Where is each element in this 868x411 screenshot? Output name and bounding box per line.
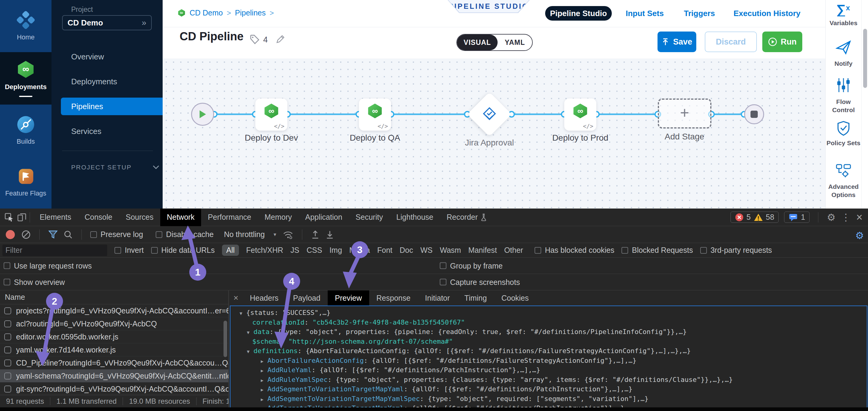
detail-tab-headers[interactable]: Headers: [243, 290, 286, 305]
device-toolbar-icon[interactable]: [17, 212, 27, 222]
rail-item-home[interactable]: Home: [0, 0, 52, 52]
search-icon[interactable]: [63, 230, 73, 239]
tab-triggers[interactable]: Triggers: [684, 6, 715, 21]
has-blocked-cookies-control[interactable]: Has blocked cookies: [534, 246, 614, 255]
project-setup-toggle[interactable]: PROJECT SETUP: [71, 164, 159, 171]
flow-control-icon[interactable]: [836, 78, 851, 93]
request-row[interactable]: editor.worker.0595db.worker.js: [0, 330, 228, 344]
expand-arrow-icon[interactable]: ▼: [240, 309, 246, 318]
rail-item-builds[interactable]: Builds: [0, 105, 52, 156]
request-row[interactable]: git-sync?routingId=6_vVHzo9Qeu9fXvj-AcbC…: [0, 382, 228, 395]
filter-type-css[interactable]: CSS: [307, 246, 322, 255]
errors-warnings-badge[interactable]: 5 58: [731, 211, 779, 223]
capture-screenshots-control[interactable]: Capture screenshots: [440, 277, 520, 287]
json-line[interactable]: ▶AddSegmentToVariationTargetMapYaml: {al…: [230, 384, 867, 394]
expand-arrow-icon[interactable]: ▶: [261, 357, 268, 365]
breadcrumb-project[interactable]: CD Demo: [190, 8, 223, 17]
tool-flow-control-label[interactable]: Flow Control: [826, 97, 861, 114]
pipeline-start-node[interactable]: [191, 103, 214, 126]
show-overview-checkbox[interactable]: [4, 279, 10, 286]
throttling-select[interactable]: No throttling ▼: [224, 230, 277, 239]
request-row-selected[interactable]: yaml-schema?routingId=6_vVHzo9Qeu9fXvj-A…: [0, 370, 228, 382]
filter-type-other[interactable]: Other: [504, 246, 523, 255]
large-request-rows-control[interactable]: Use large request rows: [4, 261, 92, 270]
rail-item-feature-flags[interactable]: Feature Flags: [0, 156, 52, 208]
inspect-element-icon[interactable]: [4, 212, 14, 222]
sidebar-item-services[interactable]: Services: [71, 127, 101, 136]
detail-tab-payload[interactable]: Payload: [286, 290, 328, 305]
devtools-tab-security[interactable]: Security: [349, 208, 390, 226]
devtools-tab-console[interactable]: Console: [78, 208, 119, 226]
request-row[interactable]: projects?routingId=6_vVHzo9Qeu9fXvj-AcbC…: [0, 304, 228, 317]
expand-arrow-icon[interactable]: ▶: [261, 395, 268, 404]
breadcrumb-section[interactable]: Pipelines: [235, 8, 266, 17]
group-by-frame-checkbox[interactable]: [440, 263, 446, 269]
json-line[interactable]: $schema: "http://json-schema.org/draft-0…: [230, 337, 867, 347]
pipeline-canvas[interactable]: ∞ </> ∞ </> ∞ </> + Deploy to Dev Deploy…: [163, 59, 825, 208]
stage-deploy-to-qa[interactable]: ∞ </>: [359, 98, 391, 130]
tab-execution-history[interactable]: Execution History: [734, 6, 801, 21]
json-line[interactable]: ▼data: {type: "object", properties: {pip…: [230, 327, 867, 337]
tool-advanced-options-label[interactable]: Advanced Options: [826, 182, 861, 199]
json-line[interactable]: ▶AddRuleYamlSpec: {type: "object", prope…: [230, 375, 867, 385]
json-preview-pane[interactable]: ▼{status: "SUCCESS",…} correlationId: "c…: [230, 305, 867, 408]
blocked-requests-checkbox[interactable]: [621, 247, 628, 254]
run-button[interactable]: Run: [762, 31, 802, 52]
disable-cache-control[interactable]: Disable cache: [156, 230, 214, 239]
detail-tab-response[interactable]: Response: [369, 290, 418, 305]
edit-pencil-icon[interactable]: [275, 34, 286, 44]
sidebar-item-pipelines[interactable]: Pipelines: [61, 97, 163, 115]
preserve-log-control[interactable]: Preserve log: [90, 230, 143, 239]
close-detail-icon[interactable]: ×: [229, 293, 243, 303]
tool-policy-sets-label[interactable]: Policy Sets: [826, 139, 861, 147]
add-stage-button[interactable]: +: [658, 98, 711, 128]
detail-tab-initiator[interactable]: Initiator: [417, 290, 457, 305]
tool-variables-label[interactable]: Variables: [826, 19, 861, 27]
json-line[interactable]: correlationId: "cb54c3b2-9ffe-49f8-a48e-…: [230, 318, 867, 327]
network-conditions-icon[interactable]: [283, 230, 293, 240]
hide-data-urls-checkbox[interactable]: [151, 247, 158, 254]
devtools-tab-network[interactable]: Network: [160, 208, 202, 226]
tab-pipeline-studio[interactable]: Pipeline Studio: [545, 6, 612, 21]
hide-data-urls-control[interactable]: Hide data URLs: [151, 246, 215, 255]
third-party-requests-checkbox[interactable]: [700, 247, 707, 254]
page-scrollbar[interactable]: [863, 29, 867, 88]
preserve-log-checkbox[interactable]: [90, 231, 97, 238]
devtools-tab-memory[interactable]: Memory: [258, 208, 298, 226]
network-settings-gear-icon[interactable]: ⚙: [855, 230, 864, 241]
filter-type-doc[interactable]: Doc: [400, 246, 413, 255]
pipeline-end-node[interactable]: [744, 104, 764, 124]
tag-icon[interactable]: [249, 34, 260, 45]
devtools-tab-sources[interactable]: Sources: [119, 208, 160, 226]
json-line[interactable]: ▼{status: "SUCCESS",…}: [230, 308, 867, 318]
filter-type-js[interactable]: JS: [290, 246, 299, 255]
filter-type-all[interactable]: All: [222, 244, 239, 256]
detail-tab-timing[interactable]: Timing: [457, 290, 494, 305]
toggle-visual[interactable]: VISUAL: [457, 34, 498, 50]
filter-type-ws[interactable]: WS: [421, 246, 433, 255]
request-row[interactable]: yaml.worker.7d144e.worker.js: [0, 344, 228, 356]
policy-sets-icon[interactable]: [836, 121, 851, 137]
json-line[interactable]: ▶AbortFailureActionConfig: {allOf: [{$re…: [230, 356, 867, 365]
show-overview-control[interactable]: Show overview: [4, 277, 65, 287]
advanced-options-icon[interactable]: [836, 163, 851, 178]
capture-screenshots-checkbox[interactable]: [440, 279, 446, 286]
invert-checkbox[interactable]: [115, 247, 121, 254]
request-list-scrollbar[interactable]: [223, 321, 227, 357]
invert-control[interactable]: Invert: [115, 246, 144, 255]
export-har-icon[interactable]: [325, 230, 334, 239]
filter-type-font[interactable]: Font: [377, 246, 392, 255]
json-line[interactable]: ▼definitions: {AbortFailureActionConfig:…: [230, 346, 867, 356]
detail-tab-cookies[interactable]: Cookies: [494, 290, 536, 305]
devtools-tab-elements[interactable]: Elements: [33, 208, 78, 226]
clear-icon[interactable]: [21, 230, 31, 239]
request-column-header[interactable]: Name: [0, 290, 228, 304]
settings-gear-icon[interactable]: ⚙: [827, 211, 836, 223]
filter-type-fetch-xhr[interactable]: Fetch/XHR: [246, 246, 283, 255]
detail-tab-preview[interactable]: Preview: [328, 290, 369, 305]
devtools-tab-application[interactable]: Application: [299, 208, 349, 226]
tool-notify-label[interactable]: Notify: [826, 59, 861, 67]
json-line[interactable]: ▶AddRuleYaml: {allOf: [{$ref: "#/definit…: [230, 365, 867, 375]
blocked-requests-control[interactable]: Blocked Requests: [621, 246, 693, 255]
save-button[interactable]: Save: [657, 31, 696, 52]
